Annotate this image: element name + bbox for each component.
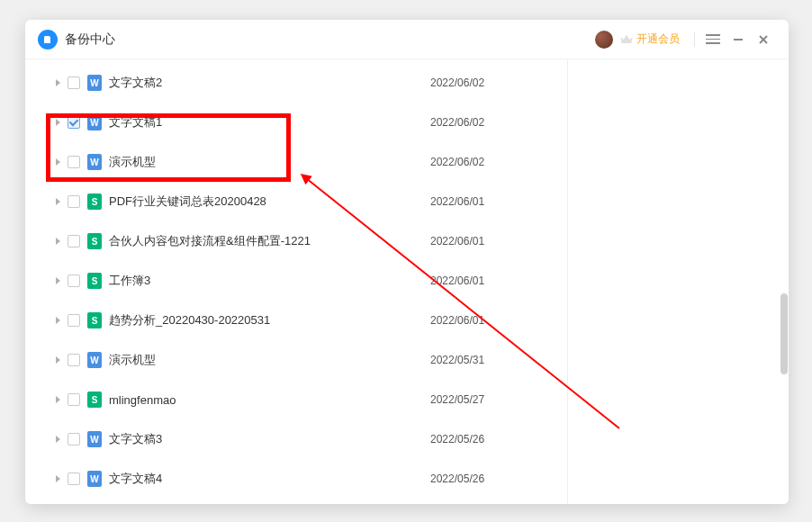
file-name: 文字文稿3 — [109, 431, 430, 447]
backup-center-window: 备份中心 开通会员 W文字文稿22022/06/02W文字文稿12022/06/… — [25, 20, 789, 504]
file-checkbox[interactable] — [68, 156, 80, 168]
close-button[interactable] — [751, 27, 776, 52]
chevron-right-icon[interactable] — [56, 277, 60, 284]
file-row[interactable]: S合伙人内容包对接流程&组件配置-12212022/06/01 — [25, 221, 567, 261]
titlebar: 备份中心 开通会员 — [25, 20, 789, 59]
chevron-right-icon[interactable] — [56, 119, 60, 126]
chevron-right-icon[interactable] — [56, 238, 60, 245]
file-name: 趋势分析_20220430-20220531 — [109, 312, 430, 328]
xls-file-icon: S — [87, 312, 102, 328]
file-row[interactable]: SPDF行业关键词总表202004282022/06/01 — [25, 182, 567, 221]
file-name: 文字文稿2 — [109, 75, 430, 91]
minimize-button[interactable] — [726, 27, 751, 52]
file-row[interactable]: W文字文稿32022/05/26 — [25, 419, 567, 459]
file-checkbox[interactable] — [68, 274, 80, 287]
file-date: 2022/06/01 — [430, 274, 556, 287]
scrollbar-thumb[interactable] — [780, 293, 788, 374]
file-row[interactable]: S工作簿32022/06/01 — [25, 261, 567, 301]
file-name: 文字文稿1 — [109, 114, 430, 130]
doc-file-icon: W — [87, 352, 102, 368]
chevron-right-icon[interactable] — [56, 198, 60, 205]
file-checkbox[interactable] — [68, 76, 80, 89]
file-checkbox[interactable] — [68, 116, 80, 129]
chevron-right-icon[interactable] — [56, 317, 60, 324]
side-panel — [567, 59, 789, 504]
file-name: mlingfenmao — [109, 393, 430, 407]
xls-file-icon: S — [87, 392, 102, 408]
avatar[interactable] — [595, 31, 613, 49]
doc-file-icon: W — [87, 471, 102, 487]
file-row[interactable]: W演示机型2022/06/02 — [25, 142, 567, 182]
file-checkbox[interactable] — [68, 195, 80, 208]
file-row[interactable]: S趋势分析_20220430-202205312022/06/01 — [25, 301, 567, 340]
file-date: 2022/06/01 — [430, 235, 556, 248]
file-row[interactable]: W文字文稿22022/06/02 — [25, 63, 567, 103]
doc-file-icon: W — [87, 75, 102, 91]
window-title: 备份中心 — [65, 32, 115, 48]
doc-file-icon: W — [87, 431, 102, 447]
crown-icon — [618, 32, 635, 48]
file-row[interactable]: W文字文稿42022/05/26 — [25, 459, 567, 499]
chevron-right-icon[interactable] — [56, 436, 60, 443]
app-icon — [38, 30, 58, 50]
doc-file-icon: W — [87, 114, 102, 130]
file-date: 2022/05/26 — [430, 433, 556, 446]
file-name: 合伙人内容包对接流程&组件配置-1221 — [109, 233, 430, 249]
file-row[interactable]: W文字文稿12022/06/02 — [25, 103, 567, 142]
file-checkbox[interactable] — [68, 472, 80, 485]
file-checkbox[interactable] — [68, 354, 80, 366]
xls-file-icon: S — [87, 233, 102, 249]
chevron-right-icon[interactable] — [56, 79, 60, 86]
file-date: 2022/06/02 — [430, 116, 556, 129]
chevron-right-icon[interactable] — [56, 396, 60, 403]
file-date: 2022/05/27 — [430, 393, 556, 406]
file-checkbox[interactable] — [68, 433, 80, 446]
file-name: 演示机型 — [109, 154, 430, 170]
file-row[interactable]: W演示机型2022/05/31 — [25, 340, 567, 380]
menu-button[interactable] — [700, 27, 726, 52]
divider — [694, 32, 695, 47]
doc-file-icon: W — [87, 154, 102, 170]
file-checkbox[interactable] — [68, 314, 80, 327]
chevron-right-icon[interactable] — [56, 475, 60, 482]
file-row[interactable]: Smlingfenmao2022/05/27 — [25, 380, 567, 419]
file-name: PDF行业关键词总表20200428 — [109, 194, 430, 210]
file-checkbox[interactable] — [68, 393, 80, 406]
file-name: 演示机型 — [109, 352, 430, 368]
xls-file-icon: S — [87, 273, 102, 289]
file-date: 2022/06/01 — [430, 314, 556, 327]
content-area: W文字文稿22022/06/02W文字文稿12022/06/02W演示机型202… — [25, 59, 789, 504]
file-date: 2022/05/31 — [430, 354, 556, 366]
file-list: W文字文稿22022/06/02W文字文稿12022/06/02W演示机型202… — [25, 59, 567, 504]
file-name: 文字文稿4 — [109, 471, 430, 487]
xls-file-icon: S — [87, 194, 102, 210]
file-date: 2022/06/02 — [430, 76, 556, 89]
chevron-right-icon[interactable] — [56, 158, 60, 166]
file-checkbox[interactable] — [68, 235, 80, 248]
file-date: 2022/05/26 — [430, 472, 556, 485]
chevron-right-icon[interactable] — [56, 356, 60, 364]
file-date: 2022/06/02 — [430, 156, 556, 168]
file-name: 工作簿3 — [109, 273, 430, 289]
file-date: 2022/06/01 — [430, 195, 556, 208]
upgrade-link[interactable]: 开通会员 — [636, 32, 680, 47]
